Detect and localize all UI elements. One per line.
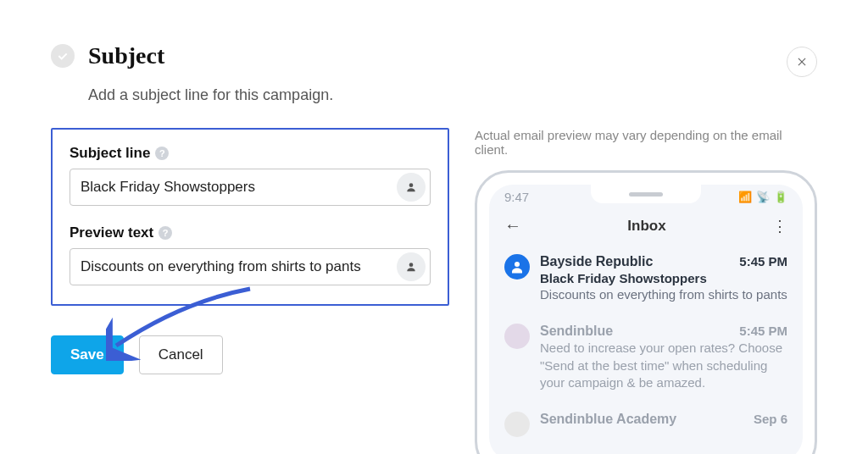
phone-status-icons: 📶 📡 🔋 (738, 191, 787, 203)
svg-point-3 (409, 263, 414, 267)
email-item: Sendinblue Academy Sep 6 (504, 401, 787, 447)
avatar (504, 412, 530, 437)
svg-point-2 (409, 183, 414, 187)
subject-editor-panel: Subject Add a subject line for this camp… (0, 0, 868, 454)
email-time: Sep 6 (754, 412, 787, 426)
preview-disclaimer: Actual email preview may vary depending … (475, 128, 817, 157)
save-button[interactable]: Save (51, 335, 124, 374)
battery-icon: 🔋 (774, 191, 787, 203)
email-time: 5:45 PM (739, 324, 787, 338)
email-preview: Need to increase your open rates? Choose… (540, 340, 787, 391)
avatar (504, 254, 530, 280)
svg-point-4 (515, 262, 520, 267)
signal-icon: 📶 (738, 191, 752, 203)
menu-icon[interactable]: ⋮ (772, 217, 787, 235)
subject-line-input[interactable] (70, 179, 397, 196)
inbox-title: Inbox (627, 218, 665, 235)
phone-notch (591, 185, 701, 203)
email-preview: Discounts on everything from shirts to p… (540, 286, 787, 303)
email-sender: Bayside Republic (540, 254, 653, 269)
panel-description: Add a subject line for this campaign. (88, 86, 333, 104)
personalize-preview-button[interactable] (397, 252, 426, 281)
email-item: Bayside Republic 5:45 PM Black Friday Sh… (504, 244, 787, 313)
panel-title: Subject (88, 42, 333, 69)
email-time: 5:45 PM (739, 254, 787, 269)
email-sender: Sendinblue Academy (540, 412, 676, 427)
avatar (504, 324, 530, 349)
preview-text-input[interactable] (70, 258, 397, 275)
preview-text-label: Preview text (70, 224, 153, 241)
cancel-button[interactable]: Cancel (139, 335, 223, 374)
personalize-subject-button[interactable] (397, 173, 426, 202)
help-icon[interactable]: ? (159, 226, 172, 240)
help-icon[interactable]: ? (155, 147, 169, 160)
email-subject: Black Friday Showstoppers (540, 271, 787, 285)
back-icon[interactable]: ← (504, 216, 521, 235)
check-icon (51, 44, 75, 68)
phone-preview: 9:47 📶 📡 🔋 ← Inbox ⋮ (475, 170, 817, 454)
phone-time: 9:47 (504, 190, 529, 204)
subject-form: Subject line ? Preview text ? (51, 128, 449, 306)
subject-line-label: Subject line (70, 145, 150, 162)
email-sender: Sendinblue (540, 324, 613, 339)
panel-header: Subject Add a subject line for this camp… (51, 42, 817, 104)
wifi-icon: 📡 (756, 191, 770, 203)
email-item: Sendinblue 5:45 PM Need to increase your… (504, 313, 787, 401)
